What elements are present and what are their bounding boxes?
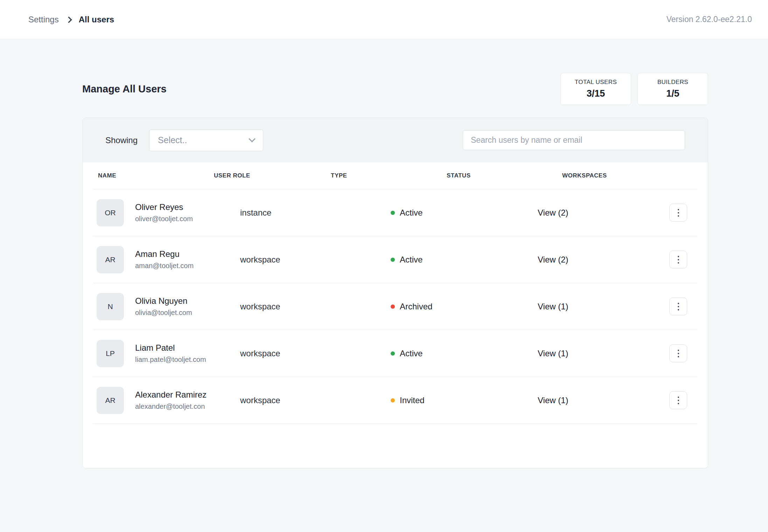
table-header: NAME USER ROLE TYPE STATUS WORKSPACES	[93, 162, 697, 189]
actions-cell	[669, 298, 697, 315]
table-row: AR Aman Regu aman@tooljet.com workspace …	[93, 236, 697, 283]
column-header-user-role: USER ROLE	[214, 172, 331, 179]
status-text: Invited	[400, 396, 425, 405]
name-cell: AR Alexander Ramirez alexander@tooljet.c…	[93, 387, 240, 414]
table-row: LP Liam Patel liam.patel@tooljet.com wor…	[93, 330, 697, 377]
status-dot-icon	[391, 398, 395, 402]
total-users-card: TOTAL USERS 3/15	[560, 73, 631, 105]
user-email: aman@tooljet.com	[135, 262, 194, 270]
actions-cell	[669, 251, 697, 268]
user-email: liam.patel@tooljet.com	[135, 356, 206, 364]
user-name: Aman Regu	[135, 249, 194, 259]
view-workspaces-link[interactable]: View (1)	[538, 302, 568, 311]
user-name: Olivia Nguyen	[135, 296, 192, 306]
status-cell: Active	[391, 349, 527, 358]
status-text: Active	[400, 349, 423, 358]
status-text: Active	[400, 255, 423, 265]
kebab-icon	[678, 397, 679, 398]
workspaces-cell: View (1)	[527, 396, 669, 405]
showing-label: Showing	[105, 135, 138, 145]
table-row: N Olivia Nguyen olivia@tooljet.com works…	[93, 283, 697, 330]
user-name: Alexander Ramirez	[135, 390, 207, 400]
avatar: LP	[97, 340, 124, 367]
status-cell: Invited	[391, 396, 527, 405]
content-area: Manage All Users TOTAL USERS 3/15 BUILDE…	[0, 73, 768, 468]
status-dot-icon	[391, 258, 395, 262]
select-placeholder: Select..	[158, 135, 187, 145]
builders-card: BUILDERS 1/5	[637, 73, 708, 105]
view-workspaces-link[interactable]: View (2)	[538, 255, 568, 264]
avatar: AR	[97, 246, 124, 273]
actions-cell	[669, 391, 697, 409]
users-table: NAME USER ROLE TYPE STATUS WORKSPACES OR…	[83, 162, 708, 468]
chevron-right-icon	[65, 16, 72, 23]
avatar: OR	[97, 199, 124, 226]
status-cell: Active	[391, 255, 527, 265]
heading-row: Manage All Users TOTAL USERS 3/15 BUILDE…	[82, 73, 708, 105]
search-input[interactable]	[463, 130, 685, 150]
kebab-icon	[678, 303, 679, 304]
name-cell: N Olivia Nguyen olivia@tooljet.com	[93, 293, 240, 320]
kebab-icon	[678, 350, 679, 351]
page-title: Manage All Users	[82, 83, 167, 95]
column-header-type: TYPE	[331, 172, 447, 179]
breadcrumb: Settings All users	[28, 15, 114, 24]
filter-band: Showing Select..	[83, 118, 708, 162]
view-workspaces-link[interactable]: View (2)	[538, 208, 568, 217]
user-email: oliver@tooljet.com	[135, 215, 193, 223]
users-card: Showing Select.. NAME USER ROLE TYPE STA…	[82, 118, 708, 468]
version-label: Version 2.62.0-ee2.21.0	[666, 15, 752, 24]
status-dot-icon	[391, 304, 395, 309]
row-menu-button[interactable]	[669, 204, 687, 222]
breadcrumb-settings[interactable]: Settings	[28, 15, 59, 24]
chevron-down-icon	[249, 135, 256, 142]
column-header-name: NAME	[93, 172, 214, 179]
actions-cell	[669, 344, 697, 362]
view-workspaces-link[interactable]: View (1)	[538, 396, 568, 405]
view-workspaces-link[interactable]: View (1)	[538, 349, 568, 358]
stats: TOTAL USERS 3/15 BUILDERS 1/5	[560, 73, 708, 105]
user-role-cell: workspace	[240, 396, 338, 405]
workspaces-cell: View (2)	[527, 255, 669, 265]
column-header-workspaces: WORKSPACES	[562, 172, 669, 179]
user-role-cell: instance	[240, 208, 338, 218]
user-role-cell: workspace	[240, 349, 338, 358]
name-cell: OR Oliver Reyes oliver@tooljet.com	[93, 199, 240, 226]
name-cell: LP Liam Patel liam.patel@tooljet.com	[93, 340, 240, 367]
user-email: alexander@tooljet.con	[135, 402, 207, 411]
table-row: AR Alexander Ramirez alexander@tooljet.c…	[93, 377, 697, 424]
status-text: Active	[400, 208, 423, 218]
user-name: Liam Patel	[135, 343, 206, 353]
status-dot-icon	[391, 211, 395, 215]
kebab-icon	[678, 256, 679, 257]
user-email: olivia@tooljet.com	[135, 309, 192, 317]
row-menu-button[interactable]	[669, 344, 687, 362]
user-role-cell: workspace	[240, 255, 338, 265]
status-filter-select[interactable]: Select..	[149, 130, 263, 151]
workspaces-cell: View (1)	[527, 349, 669, 358]
status-cell: Active	[391, 208, 527, 218]
total-users-value: 3/15	[587, 88, 605, 99]
table-row: OR Oliver Reyes oliver@tooljet.com insta…	[93, 189, 697, 236]
user-role-cell: workspace	[240, 302, 338, 312]
status-dot-icon	[391, 351, 395, 356]
column-header-status: STATUS	[447, 172, 562, 179]
avatar: AR	[97, 387, 124, 414]
status-cell: Archived	[391, 302, 527, 312]
row-menu-button[interactable]	[669, 298, 687, 315]
total-users-label: TOTAL USERS	[575, 79, 617, 86]
row-menu-button[interactable]	[669, 251, 687, 268]
workspaces-cell: View (1)	[527, 302, 669, 312]
actions-cell	[669, 204, 697, 222]
name-cell: AR Aman Regu aman@tooljet.com	[93, 246, 240, 273]
builders-label: BUILDERS	[657, 79, 688, 86]
status-text: Archived	[400, 302, 432, 312]
workspaces-cell: View (2)	[527, 208, 669, 218]
user-name: Oliver Reyes	[135, 202, 193, 212]
breadcrumb-all-users: All users	[79, 15, 114, 24]
avatar: N	[97, 293, 124, 320]
row-menu-button[interactable]	[669, 391, 687, 409]
builders-value: 1/5	[666, 88, 679, 99]
kebab-icon	[678, 209, 679, 210]
topbar: Settings All users Version 2.62.0-ee2.21…	[0, 0, 768, 39]
